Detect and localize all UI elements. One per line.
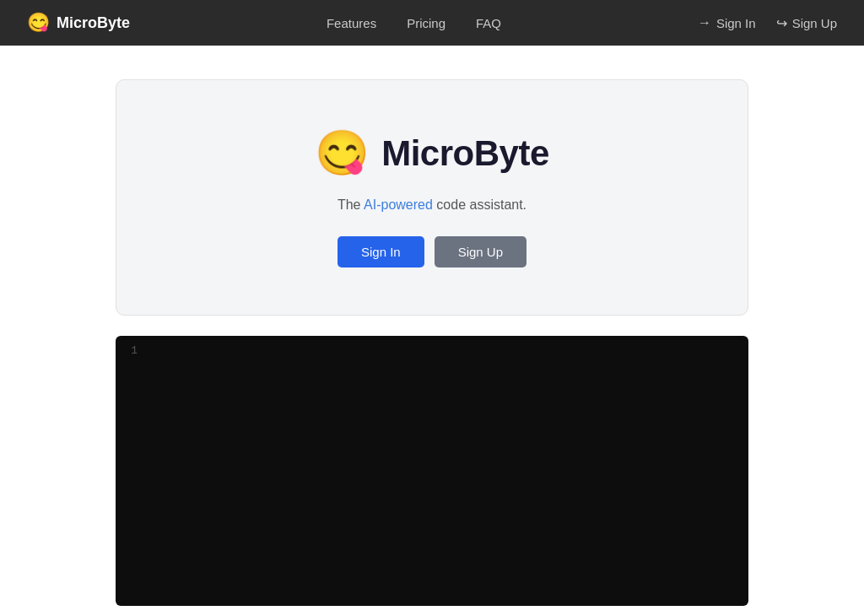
- code-editor-panel: 1: [116, 336, 748, 606]
- hero-buttons: Sign In Sign Up: [338, 236, 526, 267]
- navbar: 😋 MicroByte Features Pricing FAQ → Sign …: [0, 0, 864, 46]
- nav-link-faq[interactable]: FAQ: [476, 16, 501, 30]
- nav-signin-button[interactable]: → Sign In: [698, 15, 756, 30]
- brand-logo[interactable]: 😋 MicroByte: [27, 12, 130, 34]
- hero-app-name: MicroByte: [381, 133, 549, 174]
- hero-title: 😋 MicroByte: [315, 127, 549, 179]
- hero-signin-button[interactable]: Sign In: [338, 236, 424, 267]
- signup-icon: ↪: [776, 15, 787, 31]
- main-content: 😋 MicroByte The AI-powered code assistan…: [0, 46, 864, 616]
- hero-signup-button[interactable]: Sign Up: [435, 236, 526, 267]
- signin-icon: →: [698, 15, 711, 30]
- hero-subtitle-highlight: AI-powered: [364, 197, 433, 212]
- nav-auth: → Sign In ↪ Sign Up: [698, 15, 837, 31]
- nav-link-features[interactable]: Features: [327, 16, 376, 30]
- nav-signup-button[interactable]: ↪ Sign Up: [776, 15, 837, 31]
- brand-name: MicroByte: [57, 14, 130, 32]
- hero-subtitle: The AI-powered code assistant.: [338, 197, 526, 213]
- hero-card: 😋 MicroByte The AI-powered code assistan…: [116, 79, 748, 316]
- nav-signin-label: Sign In: [716, 16, 756, 30]
- brand-emoji: 😋: [27, 12, 50, 34]
- line-numbers: 1: [116, 336, 146, 606]
- hero-emoji: 😋: [315, 127, 370, 179]
- nav-link-pricing[interactable]: Pricing: [407, 16, 446, 30]
- code-area[interactable]: [146, 336, 748, 606]
- nav-links: Features Pricing FAQ: [327, 16, 501, 30]
- nav-signup-label: Sign Up: [792, 16, 837, 30]
- code-editor-inner: 1: [116, 336, 748, 606]
- line-number-1: 1: [131, 344, 138, 357]
